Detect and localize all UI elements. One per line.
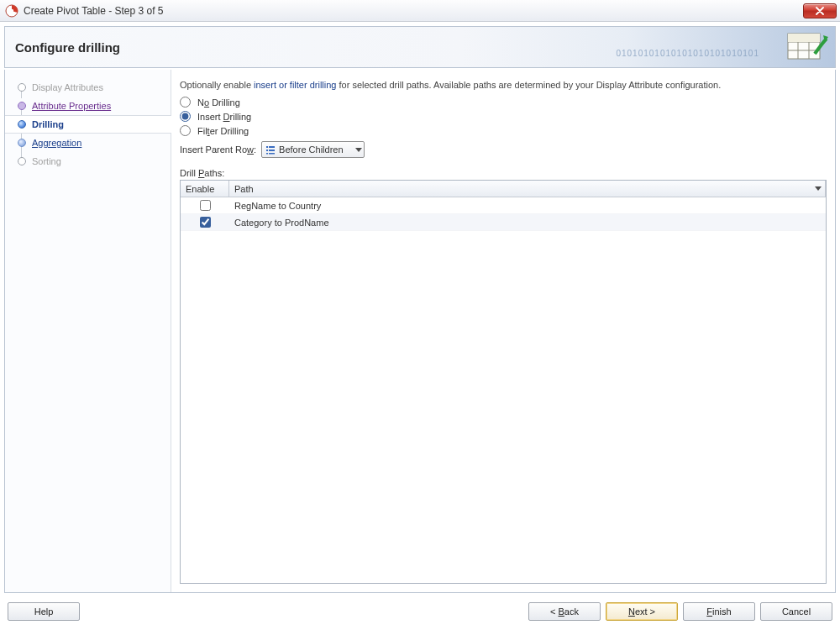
nav-label: Drilling — [30, 119, 64, 129]
combo-value: Before Children — [279, 144, 354, 155]
button-label: < Back — [550, 606, 579, 617]
close-icon — [815, 7, 825, 15]
step-dot-icon — [18, 83, 26, 92]
finish-button[interactable]: Finish — [683, 602, 755, 621]
page-title: Configure drilling — [15, 40, 120, 55]
step-dot-icon — [18, 157, 26, 165]
radio-insert-drilling[interactable]: Insert Drilling — [180, 111, 827, 122]
svg-rect-11 — [269, 150, 275, 151]
table-row[interactable]: RegName to Country — [181, 197, 826, 214]
svg-rect-7 — [788, 34, 820, 42]
intro-suffix: for selected drill paths. Available path… — [336, 80, 721, 90]
sort-indicator-icon[interactable] — [815, 186, 822, 191]
header-decor: 01010101010101010101010101 — [616, 49, 759, 58]
svg-rect-12 — [266, 153, 268, 155]
wizard-header: Configure drilling 010101010101010101010… — [4, 26, 836, 68]
wizard-footer: Help < Back Next > Finish Cancel — [4, 598, 836, 625]
svg-rect-8 — [266, 146, 268, 148]
list-icon — [265, 144, 276, 155]
enable-checkbox[interactable] — [200, 217, 211, 228]
nav-link[interactable]: Aggregation — [32, 138, 81, 148]
wizard-nav: Display Attributes Attribute Properties … — [5, 70, 171, 592]
insert-parent-row-label: Insert Parent Row: — [180, 144, 256, 155]
step-dot-icon — [18, 139, 26, 147]
radio-no-drilling-input[interactable] — [180, 97, 191, 108]
step-dot-icon — [18, 102, 26, 110]
col-header-path[interactable]: Path — [229, 181, 826, 197]
back-button[interactable]: < Back — [528, 602, 601, 621]
table-header: Enable Path — [181, 181, 826, 197]
drill-paths-section: Drill Paths: Enable Path RegName to Coun… — [180, 168, 827, 584]
wizard-body: Display Attributes Attribute Properties … — [4, 70, 836, 593]
button-label: Finish — [706, 606, 731, 617]
radio-filter-drilling[interactable]: Filter Drilling — [180, 125, 827, 136]
insert-or-filter-drilling-link[interactable]: insert or filter drilling — [254, 80, 336, 90]
nav-link[interactable]: Attribute Properties — [32, 101, 111, 111]
app-icon — [5, 4, 18, 18]
cancel-button[interactable]: Cancel — [760, 602, 832, 621]
col-header-enable[interactable]: Enable — [181, 181, 229, 197]
path-cell: Category to ProdName — [229, 218, 826, 228]
intro-prefix: Optionally enable — [180, 80, 254, 90]
pivot-table-icon — [786, 32, 828, 64]
col-header-path-label: Path — [234, 184, 254, 194]
titlebar: Create Pivot Table - Step 3 of 5 — [0, 0, 840, 22]
path-cell: RegName to Country — [229, 201, 826, 211]
help-button[interactable]: Help — [8, 602, 80, 621]
nav-step-attribute-properties[interactable]: Attribute Properties — [5, 97, 171, 115]
nav-step-sorting: Sorting — [5, 152, 171, 171]
radio-no-drilling[interactable]: No Drilling — [180, 97, 827, 108]
svg-rect-10 — [266, 150, 268, 151]
button-label: Help — [34, 606, 54, 617]
radio-insert-drilling-input[interactable] — [180, 111, 191, 122]
radio-label: No Drilling — [197, 97, 240, 108]
nav-label: Sorting — [30, 156, 61, 166]
table-body: RegName to Country Category to ProdName — [181, 197, 826, 583]
radio-label: Filter Drilling — [197, 126, 249, 136]
button-label: Next > — [628, 606, 655, 617]
svg-rect-13 — [269, 153, 275, 155]
drilling-mode-group: No Drilling Insert Drilling Filter Drill… — [180, 97, 827, 136]
intro-text: Optionally enable insert or filter drill… — [180, 80, 827, 90]
window-title: Create Pivot Table - Step 3 of 5 — [24, 5, 803, 17]
drill-paths-table: Enable Path RegName to Country Category … — [180, 180, 827, 584]
nav-step-display-attributes: Display Attributes — [5, 78, 171, 97]
nav-step-drilling: Drilling — [5, 115, 171, 134]
svg-rect-9 — [269, 146, 275, 148]
radio-filter-drilling-input[interactable] — [180, 125, 191, 136]
nav-label: Display Attributes — [30, 82, 103, 92]
wizard-content: Optionally enable insert or filter drill… — [171, 70, 835, 592]
radio-label: Insert Drilling — [197, 112, 251, 122]
enable-checkbox[interactable] — [200, 200, 211, 211]
button-label: Cancel — [782, 606, 811, 617]
drill-paths-caption: Drill Paths: — [180, 168, 827, 178]
chevron-down-icon — [355, 148, 362, 152]
insert-parent-row-control: Insert Parent Row: Before Children — [180, 141, 827, 158]
insert-parent-row-combo[interactable]: Before Children — [261, 141, 364, 158]
step-dot-icon — [18, 120, 26, 129]
table-row[interactable]: Category to ProdName — [181, 214, 826, 231]
nav-step-aggregation[interactable]: Aggregation — [5, 134, 171, 152]
close-button[interactable] — [803, 3, 837, 18]
next-button[interactable]: Next > — [606, 602, 678, 621]
svg-point-1 — [10, 8, 13, 12]
